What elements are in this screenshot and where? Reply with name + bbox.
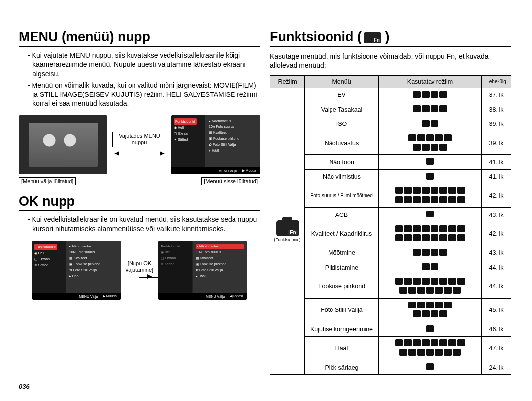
mode-icon [426, 302, 434, 308]
mode-icon [435, 302, 443, 308]
mode-icon [453, 349, 461, 356]
table-row: Näo viimistlus41. lk [270, 169, 511, 184]
mode-icon [413, 225, 421, 232]
menu-cell: Näo toon [305, 155, 379, 170]
mode-icon [431, 249, 438, 256]
menu-cell: Pikk säriaeg [305, 360, 379, 375]
mode-icon [408, 287, 416, 294]
mode-icon [457, 225, 465, 232]
mode-icon [422, 187, 430, 194]
mode-icon [444, 287, 452, 294]
mid-label-menu: Vajutades MENU nuppu [112, 132, 166, 157]
page-cell: 38. lk [482, 102, 511, 117]
caption-menu-on: [Menüü sisse lülitatud] [201, 177, 260, 185]
page-cell: 43. lk [482, 208, 511, 222]
mid-label-ok: [Nupu OK vajutamine] [126, 260, 153, 280]
mode-icons-cell [379, 360, 482, 375]
page-cell: 42. lk [482, 184, 511, 208]
th-menu: Menüü [305, 75, 379, 88]
menu-cell: Pildistamine [305, 260, 379, 275]
screenshot-menu-off [19, 115, 107, 174]
mode-icon [422, 144, 430, 151]
mode-icon [431, 278, 438, 285]
menu-cell: Foto suurus / Filmi mõõtmed [305, 184, 379, 208]
mode-icon [422, 120, 430, 127]
mode-icon [439, 339, 447, 346]
fn-camera-icon [364, 32, 381, 43]
menu-cell: Kvaliteet / Kaadrikiirus [305, 222, 379, 246]
mode-icon [413, 278, 421, 285]
mode-icon [426, 211, 434, 217]
mode-icon [435, 287, 443, 294]
menu-bullet-2: Menüü on võimalik kuvada, kui on valitud… [28, 81, 260, 109]
functions-table: Režiim Menüü Kasutatav režiim Lehekülg (… [270, 75, 511, 375]
double-arrow-icon [115, 150, 164, 157]
mode-icon [431, 310, 438, 317]
mode-icon [435, 349, 443, 356]
menu-cell: Valge Tasakaal [305, 102, 379, 117]
mode-icon [439, 278, 447, 285]
mode-icon [413, 105, 421, 112]
mode-icon [426, 173, 434, 180]
right-arrow-icon [127, 273, 152, 280]
ok-bullets: Kui vedelkristallekraanile on kuvatud me… [19, 215, 260, 234]
mode-icon [417, 302, 425, 308]
mode-icon [408, 349, 416, 356]
menu-cell: ACB [305, 208, 379, 222]
mode-icon [431, 263, 438, 270]
mode-icon [431, 144, 438, 151]
table-row: Pildistamine44. lk [270, 260, 511, 275]
menu-bullet-1: Kui vajutate MENU nuppu, siis kuvatakse … [28, 51, 260, 79]
mode-icon [431, 91, 438, 98]
mode-icon [439, 249, 447, 256]
mode-icon [422, 339, 430, 346]
mode-icon [431, 339, 438, 346]
mode-icon [417, 349, 425, 356]
table-row: Kujutise korrigeerimine46. lk [270, 322, 511, 337]
mode-icon [439, 196, 447, 203]
menu-cell: ISO [305, 117, 379, 131]
mode-icon [448, 234, 456, 241]
mode-icon [413, 196, 421, 203]
page-cell: 44. lk [482, 275, 511, 298]
mode-icon [413, 339, 421, 346]
menu-cell: Näotuvastus [305, 131, 379, 155]
table-row: Foto suurus / Filmi mõõtmed42. lk [270, 184, 511, 208]
mode-icon [395, 225, 403, 232]
mode-icon [444, 349, 452, 356]
mode-icon [439, 144, 447, 151]
mode-icon [426, 134, 434, 141]
ok-bullet-1: Kui vedelkristallekraanile on kuvatud me… [28, 215, 260, 234]
table-row: ISO39. lk [270, 117, 511, 131]
page-cell: 44. lk [482, 260, 511, 275]
mode-icon [457, 234, 465, 241]
page-cell: 42. lk [482, 222, 511, 246]
page-cell: 45. lk [482, 298, 511, 322]
page-cell: 47. lk [482, 337, 511, 360]
mode-icon [444, 302, 452, 308]
table-row: Foto Stiili Valija45. lk [270, 298, 511, 322]
mode-icon [448, 225, 456, 232]
mode-icon [422, 278, 430, 285]
page-cell: 39. lk [482, 131, 511, 155]
mode-icons-cell [379, 337, 482, 360]
mode-icon [395, 234, 403, 241]
mode-icon [422, 249, 430, 256]
mode-icon [413, 234, 421, 241]
mode-icon [431, 196, 438, 203]
mode-icons-cell [379, 246, 482, 260]
mode-icon [439, 225, 447, 232]
mode-icon [439, 310, 447, 317]
mode-cell: (Funktsioonid) [270, 88, 305, 374]
mode-icon [404, 196, 412, 203]
mode-icons-cell [379, 155, 482, 170]
mode-icon [431, 225, 438, 232]
mode-icon [426, 325, 434, 332]
page-cell: 24. lk [482, 360, 511, 375]
page-cell: 43. lk [482, 246, 511, 260]
page-cell: 39. lk [482, 117, 511, 131]
mode-icon [448, 339, 456, 346]
menu-cell: EV [305, 88, 379, 102]
page-number: 036 [19, 383, 30, 390]
mode-icon [422, 234, 430, 241]
